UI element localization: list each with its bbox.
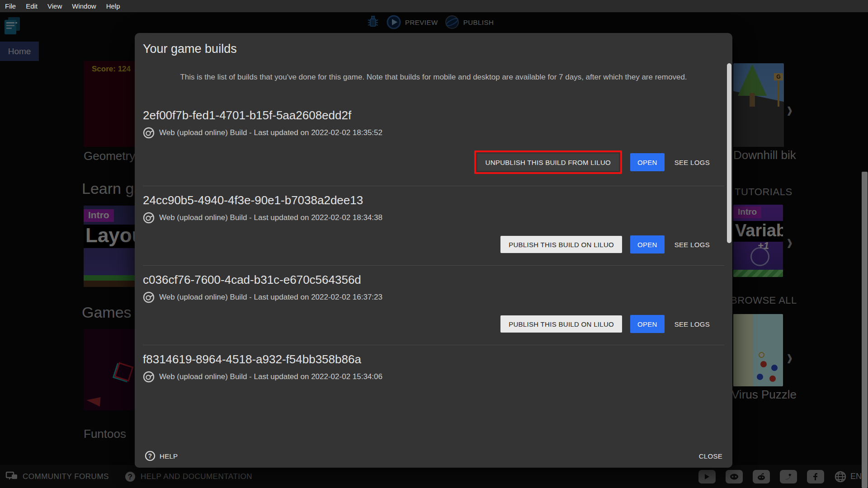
- help-circle-icon: ?: [145, 450, 156, 461]
- open-build-button[interactable]: OPEN: [630, 153, 665, 171]
- dialog-footer: ? HELP CLOSE: [135, 444, 732, 468]
- app-scrollbar-thumb[interactable]: [862, 172, 868, 488]
- annotation-highlight-box: UNPUBLISH THIS BUILD FROM LILUO: [474, 150, 622, 174]
- build-row: c036cf76-7600-4cad-b31c-e670c564356d Web…: [143, 266, 724, 345]
- menu-window[interactable]: Window: [67, 2, 101, 10]
- help-button[interactable]: ? HELP: [145, 450, 178, 461]
- menu-edit[interactable]: Edit: [21, 2, 42, 10]
- chrome-web-icon: [143, 212, 155, 224]
- build-subtitle: Web (upload online) Build - Last updated…: [159, 212, 382, 224]
- publish-build-button[interactable]: PUBLISH THIS BUILD ON LILUO: [500, 315, 622, 333]
- svg-text:?: ?: [148, 452, 152, 460]
- menu-file[interactable]: File: [0, 2, 21, 10]
- open-build-button[interactable]: OPEN: [630, 235, 665, 253]
- build-id: f8314619-8964-4518-a932-f54bb358b86a: [143, 352, 724, 367]
- see-logs-button[interactable]: SEE LOGS: [673, 154, 712, 171]
- chrome-web-icon: [143, 371, 155, 383]
- builds-list: 2ef00f7b-fed1-4701-b15f-5aa2608edd2f Web…: [143, 101, 724, 394]
- build-subtitle: Web (upload online) Build - Last updated…: [159, 371, 382, 383]
- dialog-description: This is the list of builds that you've d…: [165, 71, 703, 83]
- build-row: 2ef00f7b-fed1-4701-b15f-5aa2608edd2f Web…: [143, 101, 724, 186]
- chrome-web-icon: [143, 127, 155, 139]
- chrome-web-icon: [143, 291, 155, 303]
- build-row: f8314619-8964-4518-a932-f54bb358b86a Web…: [143, 345, 724, 394]
- build-subtitle: Web (upload online) Build - Last updated…: [159, 127, 382, 139]
- unpublish-build-button[interactable]: UNPUBLISH THIS BUILD FROM LILUO: [477, 154, 619, 171]
- menu-view[interactable]: View: [42, 2, 67, 10]
- build-id: 2ef00f7b-fed1-4701-b15f-5aa2608edd2f: [143, 108, 724, 123]
- build-id: 24cc90b5-4940-4f3e-90e1-b7038a2dee13: [143, 192, 724, 208]
- menu-help[interactable]: Help: [101, 2, 125, 10]
- see-logs-button[interactable]: SEE LOGS: [673, 236, 712, 253]
- see-logs-button[interactable]: SEE LOGS: [673, 315, 712, 333]
- dialog-title: Your game builds: [143, 42, 732, 56]
- game-builds-dialog: Your game builds This is the list of bui…: [135, 33, 732, 468]
- build-id: c036cf76-7600-4cad-b31c-e670c564356d: [143, 272, 724, 287]
- close-button[interactable]: CLOSE: [699, 452, 722, 460]
- open-build-button[interactable]: OPEN: [630, 315, 665, 333]
- build-subtitle: Web (upload online) Build - Last updated…: [159, 291, 382, 303]
- menu-bar: File Edit View Window Help: [0, 0, 868, 12]
- help-label: HELP: [160, 452, 178, 460]
- dialog-scrollbar-thumb[interactable]: [727, 63, 731, 243]
- publish-build-button[interactable]: PUBLISH THIS BUILD ON LILUO: [500, 236, 622, 253]
- build-row: 24cc90b5-4940-4f3e-90e1-b7038a2dee13 Web…: [143, 186, 724, 266]
